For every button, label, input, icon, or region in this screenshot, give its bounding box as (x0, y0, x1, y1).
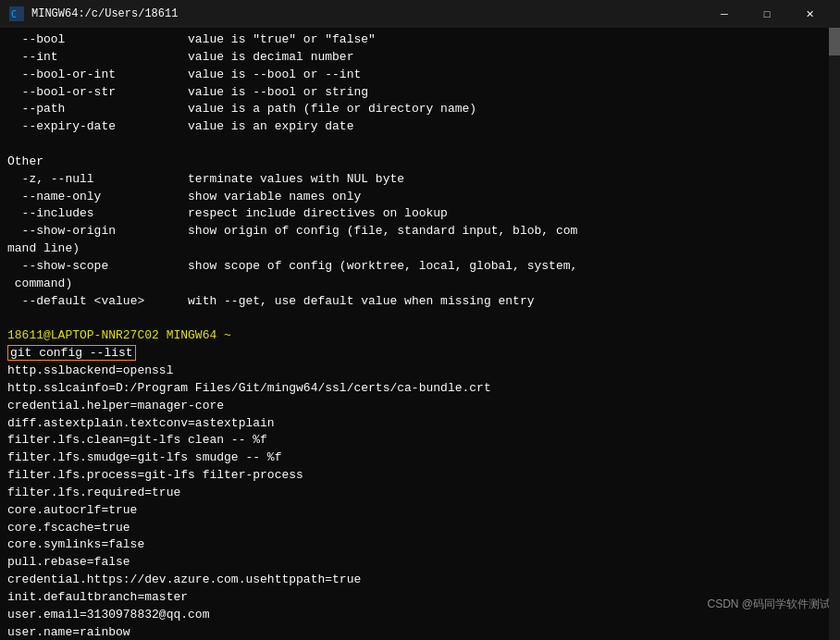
scrollbar-thumb[interactable] (829, 28, 840, 55)
minimize-button[interactable]: ─ (703, 0, 746, 28)
maximize-button[interactable]: □ (746, 0, 788, 28)
titlebar: C MINGW64:/c/Users/18611 ─ □ ✕ (0, 0, 840, 28)
terminal-icon: C (9, 6, 24, 21)
scrollbar[interactable] (829, 28, 840, 640)
window-controls: ─ □ ✕ (703, 0, 831, 28)
terminal-window: C MINGW64:/c/Users/18611 ─ □ ✕ --bool va… (0, 0, 840, 640)
svg-text:C: C (11, 9, 17, 19)
titlebar-left: C MINGW64:/c/Users/18611 (9, 6, 178, 21)
terminal-body[interactable]: --bool value is "true" or "false" --int … (0, 28, 840, 640)
terminal-text: --bool value is "true" or "false" --int … (7, 31, 833, 640)
watermark: CSDN @码同学软件测试 (707, 597, 831, 612)
close-button[interactable]: ✕ (788, 0, 831, 28)
window-title: MINGW64:/c/Users/18611 (31, 7, 178, 20)
